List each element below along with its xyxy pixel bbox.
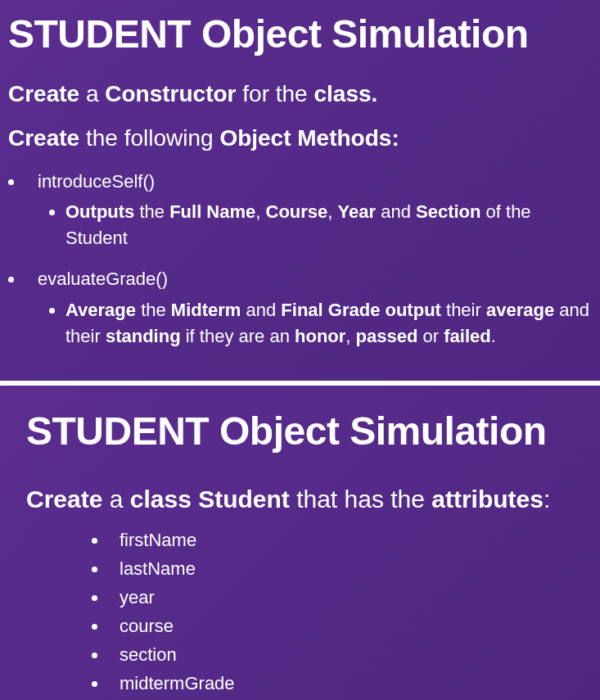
text-bold: Create: [8, 81, 86, 106]
text-bold: class.: [314, 81, 377, 106]
slide-2-title: STUDENT Object Simulation: [26, 410, 574, 454]
text-bold: Section: [416, 201, 486, 222]
text-bold: attributes: [431, 485, 544, 513]
text: if they are an: [186, 326, 295, 346]
class-instruction: Create a class Student that has the attr…: [26, 483, 574, 515]
attribute-item: section: [108, 641, 574, 668]
text-bold: Full Name: [169, 201, 255, 222]
text-bold: Average: [65, 300, 141, 320]
text-bold: honor: [295, 326, 345, 346]
text-bold: Create: [8, 125, 86, 151]
text-bold: Course: [266, 201, 328, 222]
text-bold: standing: [106, 326, 186, 346]
text-bold: class Student: [130, 485, 296, 513]
slide-1-title: STUDENT Object Simulation: [8, 13, 592, 56]
method-name: introduceSelf(): [38, 171, 155, 192]
text: ,: [255, 201, 265, 222]
text-bold: average: [486, 300, 559, 320]
text: or: [423, 326, 444, 346]
text-bold: Constructor: [105, 81, 242, 106]
text-bold: Outputs: [65, 201, 139, 222]
attribute-item: year: [108, 584, 574, 611]
text-bold: passed: [356, 326, 423, 346]
method-item-introduce: introduceSelf() Outputs the Full Name, C…: [25, 169, 592, 252]
method-item-evaluate: evaluateGrade() Average the Midterm and …: [25, 266, 592, 350]
attribute-item: course: [108, 612, 574, 639]
methods-list: introduceSelf() Outputs the Full Name, C…: [8, 169, 592, 350]
slide-1: STUDENT Object Simulation Create a Const…: [0, 0, 600, 381]
method-detail-list: Average the Midterm and Final Grade outp…: [38, 297, 592, 350]
text: a: [110, 485, 130, 513]
attribute-item: firstName: [108, 526, 574, 553]
constructor-instruction: Create a Constructor for the class.: [8, 79, 592, 109]
text: the following: [86, 125, 219, 151]
attributes-list: firstName lastName year course section m…: [26, 526, 574, 700]
text: .: [491, 326, 496, 346]
text: and: [246, 300, 282, 320]
text: ,: [345, 326, 355, 346]
method-detail-list: Outputs the Full Name, Course, Year and …: [38, 199, 592, 251]
text: a: [86, 81, 105, 106]
text: :: [544, 485, 550, 513]
text: for the: [242, 81, 314, 106]
text-bold: failed: [444, 326, 490, 346]
text-bold: Final Grade output: [281, 300, 446, 320]
text-bold: Year: [338, 201, 381, 222]
text-bold: Midterm: [171, 300, 246, 320]
text: the: [139, 201, 169, 222]
method-detail: Average the Midterm and Final Grade outp…: [65, 297, 592, 350]
attribute-item: lastName: [108, 555, 574, 582]
text: and: [381, 201, 416, 222]
text-bold: Object Methods:: [219, 125, 399, 151]
attribute-item: midtermGrade: [108, 670, 574, 697]
slide-2: STUDENT Object Simulation Create a class…: [0, 386, 600, 700]
text-bold: Create: [26, 485, 110, 513]
text: ,: [327, 201, 337, 222]
text: the: [141, 300, 171, 320]
text: their: [446, 300, 486, 320]
method-detail: Outputs the Full Name, Course, Year and …: [65, 199, 592, 251]
text: that has the: [296, 485, 431, 513]
methods-instruction: Create the following Object Methods:: [8, 124, 592, 153]
method-name: evaluateGrade(): [38, 269, 168, 289]
